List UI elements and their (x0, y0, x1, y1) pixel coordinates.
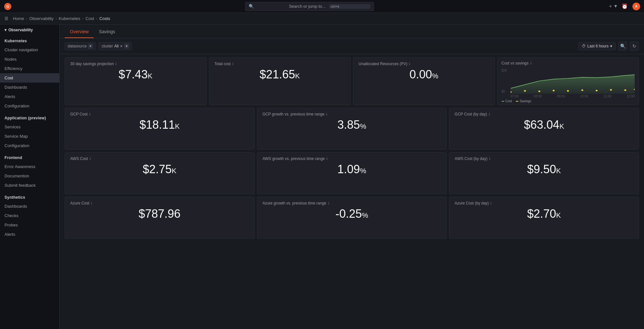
panel-azure-cost-value: $787.96 (70, 208, 249, 234)
main-layout: ▾ Observability Kubernetes Cluster navig… (0, 25, 644, 329)
info-icon-total-cost[interactable]: ℹ (232, 62, 234, 66)
tab-savings[interactable]: Savings (94, 25, 120, 38)
add-icon[interactable]: ＋ ▾ (608, 3, 617, 10)
panel-gcp-cost: GCP Cost ℹ $18.11K (65, 108, 255, 150)
legend-savings-color (516, 101, 518, 102)
sidebar-item-alerts-k8s[interactable]: Alerts (0, 92, 59, 101)
info-icon-aws-cost[interactable]: ℹ (90, 157, 91, 161)
chart-area (511, 68, 635, 94)
svg-point-10 (610, 89, 612, 91)
clock-icon-sm: ⏱ (582, 44, 586, 48)
sidebar-item-nodes[interactable]: Nodes (0, 55, 59, 64)
info-icon-azure-cost-by-day[interactable]: ℹ (490, 201, 492, 205)
panel-gcp-cost-by-day: GCP Cost (by day) ℹ $63.04K (449, 108, 639, 150)
info-icon-unallocated[interactable]: ℹ (409, 62, 410, 66)
svg-point-8 (581, 89, 583, 91)
sidebar-item-service-map[interactable]: Service Map (0, 132, 59, 141)
sidebar-item-probes[interactable]: Probes (0, 220, 59, 230)
time-picker[interactable]: ⏱ Last 6 hours ▾ (578, 42, 616, 50)
sidebar-item-dashboards-k8s[interactable]: Dashboards (0, 83, 59, 92)
chart-x-label-3: 10:00 (580, 95, 588, 98)
panel-aws-cost-by-day: AWS Cost (by day) ℹ $9.50K (449, 152, 639, 194)
filter-datasource-dropdown[interactable]: ▾ (88, 44, 93, 49)
panel-azure-cost-title: Azure Cost ℹ (70, 201, 249, 205)
sidebar-section-synthetics: Synthetics (0, 190, 59, 202)
chart-svg (511, 68, 635, 94)
refresh-button[interactable]: ↻ (630, 42, 639, 51)
panel-azure-growth-value: -0.25% (263, 208, 441, 234)
sidebar-item-efficiency[interactable]: Efficiency (0, 64, 59, 73)
info-icon-gcp-cost[interactable]: ℹ (89, 112, 91, 116)
svg-point-11 (624, 89, 626, 91)
breadcrumb-kubernetes[interactable]: Kubernetes (59, 16, 81, 21)
panel-azure-cost-by-day: Azure Cost (by day) ℹ $2.70K (449, 197, 639, 239)
breadcrumb-cost[interactable]: Cost (85, 16, 94, 21)
zoom-out-button[interactable]: 🔍 (618, 42, 627, 51)
row-4: Azure Cost ℹ $787.96 Azure growth vs. pr… (65, 197, 639, 239)
tab-overview[interactable]: Overview (65, 25, 94, 38)
sidebar-section-frontend: Frontend (0, 150, 59, 162)
sidebar-item-cluster-navigation[interactable]: Cluster navigation (0, 45, 59, 55)
info-icon-gcp-cost-by-day[interactable]: ℹ (489, 112, 490, 116)
info-icon-savings[interactable]: ℹ (115, 62, 117, 66)
sidebar-section-application: Application (preview) (0, 111, 59, 122)
filter-cluster-dropdown[interactable]: ▾ (124, 44, 129, 49)
sidebar-item-configuration-app[interactable]: Configuration (0, 141, 59, 150)
hamburger-icon[interactable]: ☰ (5, 16, 8, 21)
sidebar-item-documention[interactable]: Documention (0, 171, 59, 181)
sidebar-item-configuration-k8s[interactable]: Configuration (0, 101, 59, 111)
svg-point-6 (553, 90, 554, 91)
time-picker-caret: ▾ (610, 44, 612, 48)
sidebar-item-error-awareness[interactable]: Error Awareness (0, 162, 59, 171)
panel-gcp-cost-by-day-title: GCP Cost (by day) ℹ (455, 112, 633, 116)
panel-aws-growth: AWS growth vs. previous time range ℹ 1.0… (257, 152, 447, 194)
filter-datasource-key: datasource (68, 44, 87, 48)
breadcrumb-sep-1: › (26, 16, 27, 21)
panel-cost-vs-savings: Cost vs savings ℹ $2K $0 (497, 57, 639, 105)
search-placeholder: Search or jump to... (289, 4, 327, 9)
panel-30day-savings: 30 day savings projection ℹ $7.43K (65, 57, 207, 105)
chart-container: $2K $0 (502, 68, 635, 94)
svg-point-4 (524, 90, 526, 92)
sidebar-parent-observability[interactable]: ▾ Observability (0, 25, 59, 34)
sidebar-item-services[interactable]: Services (0, 122, 59, 132)
filter-cluster[interactable]: cluster All ✕ ▾ (99, 42, 132, 50)
sidebar-item-dashboards-syn[interactable]: Dashboards (0, 202, 59, 211)
breadcrumb-observability[interactable]: Observability (29, 16, 53, 21)
topbar-right: ＋ ▾ ⏰ A (608, 3, 640, 10)
chart-x-label-1: 08:00 (534, 95, 542, 98)
chart-x-label-0: 07:00 (511, 95, 519, 98)
info-icon-azure-growth[interactable]: ℹ (328, 201, 329, 205)
info-icon-azure-cost[interactable]: ℹ (91, 201, 92, 205)
search-bar[interactable]: 🔍 Search or jump to... ctrl+k (245, 2, 374, 11)
svg-point-9 (595, 90, 597, 91)
time-range-label: Last 6 hours (587, 44, 609, 48)
info-icon-aws-growth[interactable]: ℹ (326, 157, 328, 161)
sidebar-item-cost[interactable]: Cost (0, 73, 59, 83)
panel-unallocated-title: Unallocated Resources (PV) ℹ (359, 62, 489, 66)
sidebar-item-checks[interactable]: Checks (0, 211, 59, 220)
sidebar-item-submit-feedback[interactable]: Submit feedback (0, 181, 59, 190)
breadcrumb-home[interactable]: Home (13, 16, 24, 21)
sidebar-section-kubernetes: Kubernetes (0, 34, 59, 45)
app-logo[interactable]: G (4, 3, 12, 10)
info-icon-gcp-growth[interactable]: ℹ (326, 112, 327, 116)
info-icon-aws-cost-by-day[interactable]: ℹ (489, 157, 490, 161)
topbar: G 🔍 Search or jump to... ctrl+k ＋ ▾ ⏰ A (0, 0, 644, 13)
panel-aws-cost-by-day-value: $9.50K (455, 164, 633, 189)
panel-total-cost-value: $21.65K (215, 69, 345, 95)
sidebar-item-alerts-syn[interactable]: Alerts (0, 230, 59, 239)
avatar[interactable]: A (632, 3, 640, 10)
filter-datasource[interactable]: datasource ▾ (65, 42, 96, 50)
filter-right: ⏱ Last 6 hours ▾ 🔍 ↻ (578, 42, 639, 51)
panel-30day-savings-value: $7.43K (70, 69, 201, 95)
info-icon-chart[interactable]: ℹ (530, 61, 532, 65)
filter-cluster-close[interactable]: ✕ (120, 44, 123, 48)
panel-azure-growth-title: Azure growth vs. previous time range ℹ (263, 201, 441, 205)
svg-marker-2 (511, 75, 635, 94)
panel-azure-growth: Azure growth vs. previous time range ℹ -… (257, 197, 447, 239)
panel-gcp-growth-title: GCP growth vs. previous time range ℹ (263, 112, 441, 116)
panel-unallocated: Unallocated Resources (PV) ℹ 0.00% (353, 57, 495, 105)
clock-icon[interactable]: ⏰ (621, 3, 628, 9)
panel-aws-cost: AWS Cost ℹ $2.75K (65, 152, 255, 194)
